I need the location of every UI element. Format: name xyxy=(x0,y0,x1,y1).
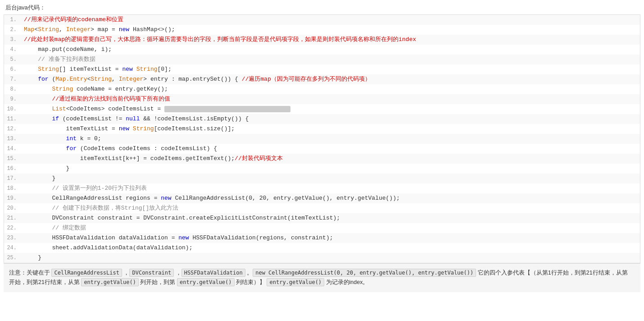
page-title: 后台java代码： xyxy=(0,0,644,14)
code-line-11: 11. if (codeItemsList != null && !codeIt… xyxy=(4,114,640,124)
code-line-1: 1. //用来记录代码项的codename和位置 xyxy=(4,15,640,25)
code-line-23: 23. HSSFDataValidation dataValidation = … xyxy=(4,233,640,243)
note-new-cellrange: new CellRangeAddressList(0, 20, entry.ge… xyxy=(253,269,476,277)
code-line-20: 20. // 创建下拉列表数据，将String[]放入此方法 xyxy=(4,203,640,213)
code-line-22: 22. // 绑定数据 xyxy=(4,223,640,233)
code-line-7: 7. for (Map.Entry<String, Integer> entry… xyxy=(4,74,640,84)
note-entry-value-2: entry.getValue() xyxy=(177,278,235,286)
code-line-24: 24. sheet.addValidationData(dataValidati… xyxy=(4,243,640,253)
note-dvconstraint: DVConstraint xyxy=(129,269,174,277)
code-container: 1. //用来记录代码项的codename和位置 2. Map<String, … xyxy=(4,14,640,263)
note-entry-value-1: entry.getValue() xyxy=(81,278,139,286)
code-line-8: 8. String codeName = entry.getKey(); xyxy=(4,84,640,94)
note-hssf: HSSFDataValidation xyxy=(181,269,245,277)
code-line-18: 18. // 设置第一列的1-20行为下拉列表 xyxy=(4,183,640,193)
code-line-12: 12. itemTextList = new String[codeItemsL… xyxy=(4,124,640,134)
code-line-17: 17. } xyxy=(4,174,640,183)
code-line-2: 2. Map<String, Integer> map = new HashMa… xyxy=(4,25,640,35)
code-line-25: 25. } xyxy=(4,253,640,263)
note-cellrange: CellRangeAddressList xyxy=(51,269,122,277)
code-line-19: 19. CellRangeAddressList regions = new C… xyxy=(4,193,640,203)
code-line-5: 5. // 准备下拉列表数据 xyxy=(4,55,640,64)
code-line-13: 13. int k = 0; xyxy=(4,134,640,144)
code-line-16: 16. } xyxy=(4,164,640,174)
code-line-6: 6. String[] itemTextList = new String[0]… xyxy=(4,64,640,74)
note-prefix: 注意：关键在于 xyxy=(9,270,51,276)
code-line-4: 4. map.put(codeName, i); xyxy=(4,45,640,55)
footer-note: 注意：关键在于 CellRangeAddressList ，DVConstrai… xyxy=(4,263,640,292)
code-line-3: 3. //此处封装map的逻辑需要自己写，大体思路：循环遍历需要导出的字段，判断… xyxy=(4,35,640,45)
code-line-10: 10. List<CodeItems> codeItemsList = xyxy=(4,104,640,114)
code-line-14: 14. for (CodeItems codeItems : codeItems… xyxy=(4,144,640,154)
note-entry-value-3: entry.getValue() xyxy=(267,278,324,286)
code-line-15: 15. itemTextList[k++] = codeItems.getIte… xyxy=(4,154,640,164)
code-line-9: 9. //通过框架的方法找到当前代码项下所有的值 xyxy=(4,94,640,104)
code-line-21: 21. DVConstraint constraint = DVConstrai… xyxy=(4,213,640,223)
